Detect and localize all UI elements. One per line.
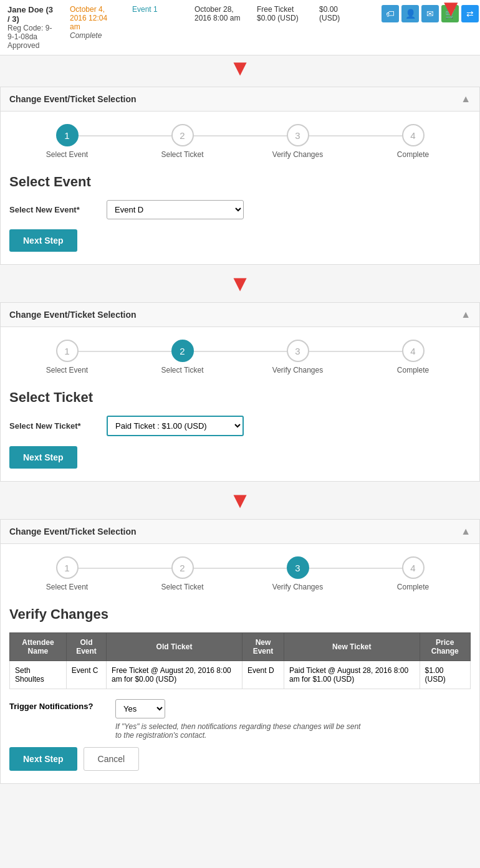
p2-step4-complete: 4 Complete [355,340,471,374]
swap-icon-btn[interactable]: ⇄ [461,5,479,22]
col-price-change: Price Change [420,633,470,661]
ticket-price: $0.00 (USD) [257,14,307,22]
person-icon: 👤 [405,9,416,19]
panel1-collapse-icon[interactable]: ▲ [461,93,471,105]
panel2-next-step-button[interactable]: Next Step [9,446,77,469]
col-old-ticket: Old Ticket [107,633,242,661]
stepper-3: 1 Select Event 2 Select Ticket 3 Verify … [9,556,471,591]
p3-step3-label: Verify Changes [272,583,323,591]
ticket-dropdown[interactable]: Paid Ticket : $1.00 (USD) Free Ticket : … [107,416,244,436]
p2-step1-circle: 1 [56,340,79,362]
tag-icon-btn[interactable]: 🏷 [382,5,399,22]
p2-step3-circle: 3 [287,340,309,362]
step3-label: Verify Changes [272,150,323,159]
header-event-name: Event 1 [132,5,182,14]
step4-label: Complete [397,150,429,159]
step2-ticket: 2 Select Ticket [125,124,240,159]
p2-step4-circle: 4 [402,340,425,362]
step4-circle: 4 [402,124,425,146]
event-form-label: Select New Event* [9,205,97,214]
step1-event: 1 Select Event [9,124,125,159]
p2-step1-event: 1 Select Event [9,340,125,374]
panel3-title: Change Event/Ticket Selection [9,527,137,537]
trigger-dropdown[interactable]: Yes No [115,699,165,718]
panel1-title: Change Event/Ticket Selection [9,94,137,104]
p2-step4-label: Complete [397,366,429,374]
panel1-next-step-button[interactable]: Next Step [9,229,77,252]
step2-circle: 2 [171,124,194,146]
arrow-to-panel3: ▼ [0,488,480,513]
col-old-event: Old Event [66,633,106,661]
step4-complete: 4 Complete [355,124,471,159]
reg-code: Reg Code: 9-9-1-08da [7,24,57,41]
total-price: $0.00 [319,5,369,14]
registrant-name: Jane Doe (3 / 3) [7,5,57,24]
panel2-collapse-icon[interactable]: ▲ [461,309,471,320]
trigger-right: Yes No If "Yes" is selected, then notifi… [115,699,365,740]
ticket-type: Free Ticket [257,5,307,14]
panel3-header: Change Event/Ticket Selection ▲ [1,520,479,544]
trigger-note: If "Yes" is selected, then notifications… [115,722,365,740]
event-date-link[interactable]: October 4, 2016 12:04 am [70,5,120,31]
p3-step3-verify: 3 Verify Changes [240,556,355,591]
select-event-title: Select Event [9,174,471,190]
verify-changes-table: Attendee Name Old Event Old Ticket New E… [9,632,471,689]
p3-step4-label: Complete [397,583,429,591]
p2-step2-circle: 2 [171,340,194,362]
p3-step1-label: Select Event [46,583,88,591]
p3-step4-complete: 4 Complete [355,556,471,591]
event-complete-status: Complete [70,31,120,40]
verify-changes-title: Verify Changes [9,606,471,622]
approval-status: Approved [7,41,57,50]
select-ticket-title: Select Ticket [9,389,471,406]
step2-label: Select Ticket [161,150,203,159]
cell-price-change: $1.00 (USD) [420,661,470,689]
p2-step1-label: Select Event [46,366,88,374]
p2-step2-label: Select Ticket [161,366,203,374]
panel3-collapse-icon[interactable]: ▲ [461,526,471,537]
table-row: Seth Shoultes Event C Free Ticket @ Augu… [10,661,471,689]
col-new-event: New Event [242,633,284,661]
cell-new-ticket: Paid Ticket @ August 28, 2016 8:00 am fo… [284,661,420,689]
p3-step1-event: 1 Select Event [9,556,125,591]
step1-label: Select Event [46,150,88,159]
mail-icon-btn[interactable]: ✉ [421,5,439,22]
person-icon-btn[interactable]: 👤 [401,5,419,22]
col-new-ticket: New Ticket [284,633,420,661]
col-attendee-name: Attendee Name [10,633,67,661]
event-dropdown[interactable]: Event D Event A Event B Event C [107,200,244,219]
panel2-title: Change Event/Ticket Selection [9,310,137,320]
header-bar: Jane Doe (3 / 3) Reg Code: 9-9-1-08da Ap… [0,0,480,55]
total-currency: (USD) [319,14,369,22]
header-action-icons: 🏷 👤 ✉ 🛒 ⇄ [382,5,479,22]
cell-old-ticket: Free Ticket @ August 20, 2016 8:00 am fo… [107,661,242,689]
p3-step2-label: Select Ticket [161,583,203,591]
cancel-button[interactable]: Cancel [84,747,140,771]
swap-icon: ⇄ [466,9,474,19]
panel1-header: Change Event/Ticket Selection ▲ [1,87,479,112]
p3-step2-ticket: 2 Select Ticket [125,556,240,591]
cell-old-event: Event C [66,661,106,689]
arrow-to-panel2: ▼ [0,271,480,296]
panel-verify-changes: Change Event/Ticket Selection ▲ 1 Select… [0,519,480,784]
p3-step3-circle: 3 [287,556,309,579]
event-form-row: Select New Event* Event D Event A Event … [9,200,471,219]
panel-select-event: Change Event/Ticket Selection ▲ 1 Select… [0,87,480,265]
panel1-body: 1 Select Event 2 Select Ticket 3 Verify … [1,112,479,264]
panel2-body: 1 Select Event 2 Select Ticket 3 Verify … [1,327,479,481]
arrow-to-panel1: ▼ [0,55,480,80]
header-event-date2: October 28, 2016 8:00 am [194,5,244,22]
step1-circle: 1 [56,124,79,146]
p3-step4-circle: 4 [402,556,425,579]
ticket-form-label: Select New Ticket* [9,421,97,431]
panel3-body: 1 Select Event 2 Select Ticket 3 Verify … [1,544,479,783]
header-registrant: Jane Doe (3 / 3) Reg Code: 9-9-1-08da Ap… [7,5,57,50]
p2-step3-verify: 3 Verify Changes [240,340,355,374]
panel3-next-step-button[interactable]: Next Step [9,747,77,771]
p2-step2-ticket: 2 Select Ticket [125,340,240,374]
event-name-link[interactable]: Event 1 [132,5,182,14]
trigger-label: Trigger Notifications? [9,699,109,711]
trigger-notifications-row: Trigger Notifications? Yes No If "Yes" i… [9,699,471,740]
panel2-header: Change Event/Ticket Selection ▲ [1,303,479,327]
step3-circle: 3 [287,124,309,146]
